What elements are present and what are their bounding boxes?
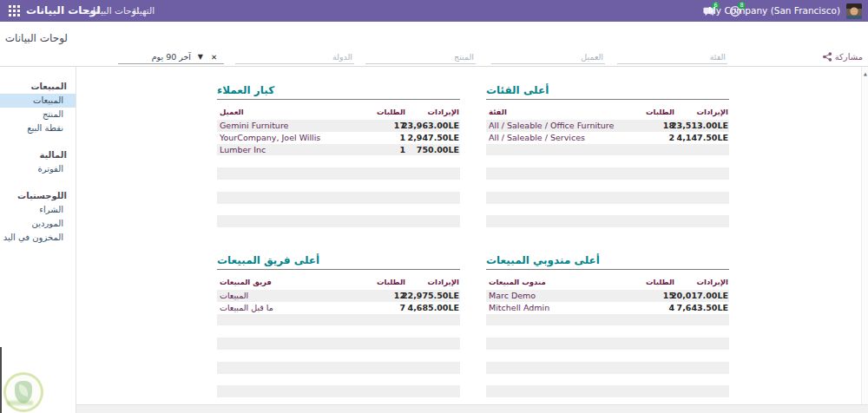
revenue-column-header: الإيرادات xyxy=(390,108,459,116)
sidebar-section-label: المالية xyxy=(0,148,76,162)
table-empty-row xyxy=(217,167,460,180)
page-title: لوحات البيانات xyxy=(0,32,68,44)
table-row[interactable]: All / Saleable / Services24,147.50LE xyxy=(486,132,729,144)
table-header-row: مندوب المبيعاتالطلباتالإيرادات xyxy=(486,278,729,288)
table-empty-row xyxy=(486,362,729,374)
table-empty-row xyxy=(217,374,460,386)
table-empty-row xyxy=(486,144,729,156)
filter-category[interactable] xyxy=(617,50,727,64)
table-empty-row xyxy=(486,314,729,326)
table-row[interactable]: Lumber Inc1750.00LE xyxy=(217,144,460,156)
row-name-link[interactable]: Mitchell Admin xyxy=(489,302,636,314)
table-title: أعلى الفئات xyxy=(486,84,729,97)
row-revenue-value: 4,685.00LE xyxy=(390,302,459,314)
revenue-column-header: الإيرادات xyxy=(390,278,459,286)
table-rows: المبيعات1222,975.50LEما قبل المبيعات74,6… xyxy=(217,290,460,397)
dashboard-canvas: كبار العملاءالعميلالطلباتالإيراداتGemini… xyxy=(77,68,861,404)
sidebar-section: الماليةالفوترة xyxy=(0,148,76,176)
filter-period[interactable]: آخر 90 يوم ▼ ✕ xyxy=(118,50,224,64)
sidebar-item[interactable]: نقطة البيع xyxy=(0,121,76,135)
title-rule xyxy=(217,269,460,270)
row-revenue-value: 7,643.50LE xyxy=(659,302,728,314)
table-rows: Marc Demo1520,017.00LEMitchell Admin47,6… xyxy=(486,290,729,397)
filter-country[interactable] xyxy=(235,50,354,64)
row-name-link[interactable]: Lumber Inc xyxy=(220,144,367,156)
table-row[interactable]: All / Saleable / Office Furniture1823,51… xyxy=(486,120,729,132)
apps-grid-icon[interactable] xyxy=(9,5,20,16)
table-empty-row xyxy=(217,155,460,167)
filter-product-input[interactable] xyxy=(365,50,476,63)
table-empty-row xyxy=(217,180,460,192)
sidebar-item[interactable]: الشراء xyxy=(0,203,76,217)
top-navbar: لوحات البيانات لوحات البيانات التهيئة 6 … xyxy=(0,0,868,22)
title-rule xyxy=(486,99,729,100)
row-name-link[interactable]: المبيعات xyxy=(220,290,367,302)
table-empty-row xyxy=(486,325,729,338)
table-empty-row xyxy=(217,314,460,326)
avatar[interactable] xyxy=(846,3,862,19)
title-rule xyxy=(486,269,729,270)
filter-country-input[interactable] xyxy=(235,50,354,63)
dashboard-table: كبار العملاءالعميلالطلباتالإيراداتGemini… xyxy=(217,84,460,227)
name-column-header: العميل xyxy=(220,108,367,116)
scroll-up-arrow-icon[interactable]: ▲ xyxy=(862,71,868,76)
revenue-column-header: الإيرادات xyxy=(659,278,728,286)
title-rule xyxy=(217,99,460,100)
share-icon xyxy=(823,52,832,62)
watermark-text-blur xyxy=(7,401,33,405)
table-header-row: العميلالطلباتالإيرادات xyxy=(217,108,460,118)
row-name-link[interactable]: All / Saleable / Office Furniture xyxy=(489,120,636,132)
table-empty-row xyxy=(217,362,460,374)
row-revenue-value: 2,947.50LE xyxy=(390,132,459,144)
row-name-link[interactable]: YourCompany, Joel Willis xyxy=(220,132,367,144)
table-empty-row xyxy=(486,374,729,386)
sidebar-item[interactable]: المنتج xyxy=(0,108,76,121)
table-empty-row xyxy=(217,350,460,362)
chevron-down-icon[interactable]: ▼ xyxy=(198,50,203,63)
filter-product[interactable] xyxy=(365,50,476,64)
sidebar-item[interactable]: المبيعات xyxy=(0,94,76,108)
filter-category-input[interactable] xyxy=(617,50,727,63)
dashboard-table: أعلى مندوبي المبيعاتمندوب المبيعاتالطلبا… xyxy=(486,254,729,397)
row-name-link[interactable]: ما قبل المبيعات xyxy=(220,302,367,314)
menu-configuration[interactable]: التهيئة xyxy=(132,0,155,22)
filter-period-value: آخر 90 يوم xyxy=(152,50,191,64)
sidebar-item[interactable]: الفوترة xyxy=(0,162,76,176)
row-name-link[interactable]: All / Saleable / Services xyxy=(489,132,636,144)
row-name-link[interactable]: Marc Demo xyxy=(489,290,636,302)
table-row[interactable]: Mitchell Admin47,643.50LE xyxy=(486,302,729,314)
row-name-link[interactable]: Gemini Furniture xyxy=(220,120,367,132)
table-title: كبار العملاء xyxy=(217,84,460,97)
filter-customer[interactable] xyxy=(491,50,605,64)
row-revenue-value: 4,147.50LE xyxy=(659,132,728,144)
table-row[interactable]: Marc Demo1520,017.00LE xyxy=(486,290,729,302)
filter-customer-input[interactable] xyxy=(491,50,605,63)
table-header-row: الفئةالطلباتالإيرادات xyxy=(486,108,729,118)
dashboard-table: أعلى الفئاتالفئةالطلباتالإيراداتAll / Sa… xyxy=(486,84,729,227)
table-row[interactable]: Gemini Furniture1723,963.00LE xyxy=(217,120,460,132)
horizontal-scrollbar[interactable] xyxy=(76,404,868,413)
table-empty-row xyxy=(486,167,729,180)
menu-dashboards[interactable]: لوحات البيانات xyxy=(84,0,139,22)
share-button[interactable]: مشاركة xyxy=(814,52,863,62)
sidebar-section: اللوجستياتالشراءالموردينالمخزون في اليد xyxy=(0,188,76,245)
share-label: مشاركة xyxy=(835,52,863,62)
table-empty-row xyxy=(217,215,460,227)
sidebar-item[interactable]: الموردين xyxy=(0,217,76,231)
sidebar-item[interactable]: المخزون في اليد xyxy=(0,231,76,245)
vertical-scrollbar[interactable]: ▲ xyxy=(861,67,868,404)
name-column-header: مندوب المبيعات xyxy=(489,278,636,286)
clear-filter-icon[interactable]: ✕ xyxy=(211,50,217,64)
dashboard-table: أعلى فريق المبيعاتفريق المبيعاتالطلباتال… xyxy=(217,254,460,397)
table-row[interactable]: YourCompany, Joel Willis12,947.50LE xyxy=(217,132,460,144)
table-empty-row xyxy=(486,180,729,192)
left-edge-artifact xyxy=(0,347,2,413)
row-revenue-value: 20,017.00LE xyxy=(659,290,728,302)
table-row[interactable]: المبيعات1222,975.50LE xyxy=(217,290,460,302)
table-empty-row xyxy=(217,325,460,338)
table-row[interactable]: ما قبل المبيعات74,685.00LE xyxy=(217,302,460,314)
table-empty-row xyxy=(486,192,729,204)
table-empty-row xyxy=(217,192,460,204)
table-header-row: فريق المبيعاتالطلباتالإيرادات xyxy=(217,278,460,288)
user-company-menu[interactable]: My Company (San Francisco) xyxy=(708,0,840,22)
